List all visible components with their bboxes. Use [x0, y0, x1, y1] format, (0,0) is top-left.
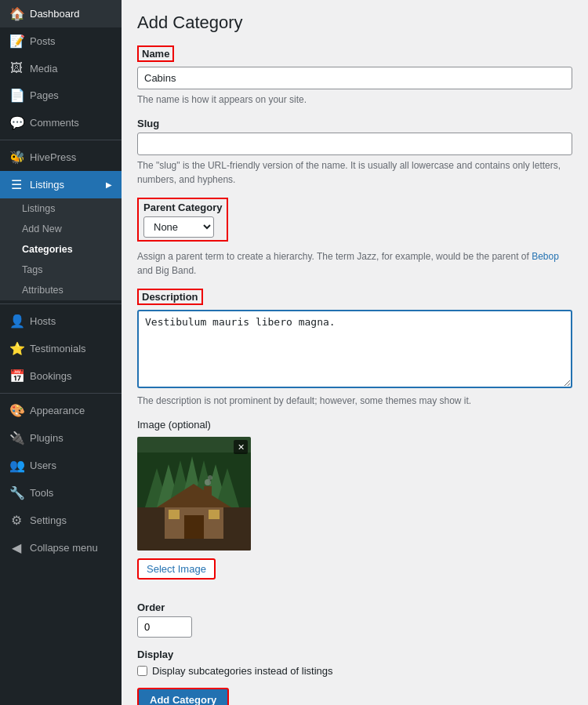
sidebar-item-label: Plugins [30, 432, 64, 444]
appearance-icon: 🎨 [9, 403, 24, 418]
description-hint: The description is not prominent by defa… [137, 394, 572, 408]
sidebar-item-label: Bookings [30, 370, 71, 382]
image-field-row: Image (optional) [137, 419, 572, 591]
sidebar: 🏠 Dashboard 📝 Posts 🖼 Media 📄 Pages 💬 Co… [0, 0, 122, 705]
sidebar-item-label: Posts [30, 35, 56, 47]
sidebar-item-label: Testimonials [30, 343, 86, 354]
svg-point-17 [208, 475, 212, 480]
sidebar-item-users[interactable]: 👥 Users [0, 452, 122, 479]
slug-input[interactable] [137, 133, 572, 155]
sidebar-item-appearance[interactable]: 🎨 Appearance [0, 397, 122, 424]
submenu-label: Listings [22, 203, 55, 214]
svg-rect-14 [209, 510, 220, 519]
main-content: Add Category Name The name is how it app… [122, 0, 588, 705]
sidebar-divider-3 [0, 393, 122, 394]
description-textarea[interactable]: Vestibulum mauris libero magna. [137, 310, 572, 388]
add-category-button[interactable]: Add Category [137, 688, 229, 705]
description-label: Description [137, 289, 203, 305]
testimonials-icon: ⭐ [9, 341, 24, 356]
collapse-icon: ◀ [9, 540, 24, 555]
parent-category-row: Parent Category None Assign a parent ter… [137, 198, 572, 278]
name-field-row: Name The name is how it appears on your … [137, 45, 572, 107]
sidebar-item-label: Comments [30, 117, 79, 129]
sidebar-item-label: Hosts [30, 315, 56, 327]
sidebar-item-comments[interactable]: 💬 Comments [0, 109, 122, 136]
users-icon: 👥 [9, 458, 24, 473]
sidebar-item-label: Dashboard [30, 8, 80, 20]
sidebar-item-label: Media [30, 63, 57, 74]
sidebar-item-collapse[interactable]: ◀ Collapse menu [0, 534, 122, 561]
parent-category-select[interactable]: None [143, 216, 214, 238]
sidebar-item-bookings[interactable]: 📅 Bookings [0, 362, 122, 390]
sidebar-item-plugins[interactable]: 🔌 Plugins [0, 424, 122, 452]
sidebar-item-listings[interactable]: ☰ Listings ▶ [0, 171, 122, 198]
listings-arrow: ▶ [106, 180, 112, 189]
sidebar-item-pages[interactable]: 📄 Pages [0, 82, 122, 109]
sidebar-item-posts[interactable]: 📝 Posts [0, 27, 122, 55]
svg-rect-13 [169, 510, 180, 519]
sidebar-item-label: Users [30, 460, 56, 471]
image-label: Image (optional) [137, 419, 572, 431]
sidebar-item-categories[interactable]: Categories [0, 239, 122, 260]
sidebar-item-label: Collapse menu [30, 542, 98, 554]
description-field-row: Description Vestibulum mauris libero mag… [137, 289, 572, 408]
slug-label: Slug [137, 118, 572, 129]
order-label: Order [137, 601, 572, 613]
sidebar-item-settings[interactable]: ⚙ Settings [0, 507, 122, 534]
submenu-label: Attributes [22, 285, 64, 296]
submenu-label: Tags [22, 264, 42, 275]
hivepress-icon: 🐝 [9, 150, 24, 165]
svg-point-16 [205, 479, 211, 485]
order-field-row: Order [137, 601, 572, 638]
listings-icon: ☰ [9, 177, 24, 192]
slug-field-row: Slug The "slug" is the URL-friendly vers… [137, 118, 572, 187]
svg-rect-12 [184, 515, 204, 539]
sidebar-item-hosts[interactable]: 👤 Hosts [0, 307, 122, 335]
parent-category-label: Parent Category [143, 202, 222, 213]
sidebar-item-testimonials[interactable]: ⭐ Testimonials [0, 335, 122, 362]
display-section: Display Display subcategories instead of… [137, 649, 572, 677]
svg-rect-15 [204, 486, 212, 502]
name-label: Name [137, 45, 174, 62]
name-input[interactable] [137, 67, 572, 89]
listings-submenu: Listings Add New Categories Tags Attribu… [0, 198, 122, 300]
sidebar-item-tools[interactable]: 🔧 Tools [0, 479, 122, 507]
add-category-form: Name The name is how it appears on your … [137, 45, 572, 705]
category-image: ✕ [137, 437, 251, 551]
sidebar-item-listings-sub[interactable]: Listings [0, 198, 122, 219]
comments-icon: 💬 [9, 115, 24, 130]
name-hint: The name is how it appears on your site. [137, 93, 572, 107]
display-subcategories-checkbox[interactable] [137, 666, 147, 676]
select-image-button[interactable]: Select Image [137, 558, 216, 580]
sidebar-item-add-new[interactable]: Add New [0, 219, 122, 239]
posts-icon: 📝 [9, 34, 24, 49]
submenu-label: Add New [22, 223, 62, 234]
submenu-label: Categories [22, 244, 73, 255]
hosts-icon: 👤 [9, 314, 24, 329]
pages-icon: 📄 [9, 88, 24, 103]
sidebar-item-label: Settings [30, 514, 67, 526]
sidebar-item-tags[interactable]: Tags [0, 260, 122, 280]
order-input[interactable] [137, 616, 192, 638]
plugins-icon: 🔌 [9, 431, 24, 445]
display-label: Display [137, 649, 572, 660]
tools-icon: 🔧 [9, 485, 24, 500]
settings-icon: ⚙ [9, 513, 24, 528]
sidebar-item-hivepress[interactable]: 🐝 HivePress [0, 144, 122, 171]
display-subcategories-label[interactable]: Display subcategories instead of listing… [152, 665, 333, 677]
parent-hint: Assign a parent term to create a hierarc… [137, 249, 572, 278]
image-remove-button[interactable]: ✕ [234, 440, 248, 454]
sidebar-divider-2 [0, 303, 122, 304]
sidebar-item-label: Tools [30, 487, 53, 499]
slug-hint: The "slug" is the URL-friendly version o… [137, 158, 572, 187]
sidebar-item-label: Appearance [30, 405, 85, 416]
sidebar-divider [0, 140, 122, 140]
sidebar-item-media[interactable]: 🖼 Media [0, 55, 122, 82]
sidebar-item-dashboard[interactable]: 🏠 Dashboard [0, 0, 122, 27]
media-icon: 🖼 [9, 61, 24, 75]
sidebar-item-label: Listings [30, 179, 64, 191]
page-title: Add Category [137, 13, 572, 33]
sidebar-item-attributes[interactable]: Attributes [0, 280, 122, 300]
sidebar-item-label: HivePress [30, 151, 76, 163]
sidebar-item-label: Pages [30, 89, 59, 101]
